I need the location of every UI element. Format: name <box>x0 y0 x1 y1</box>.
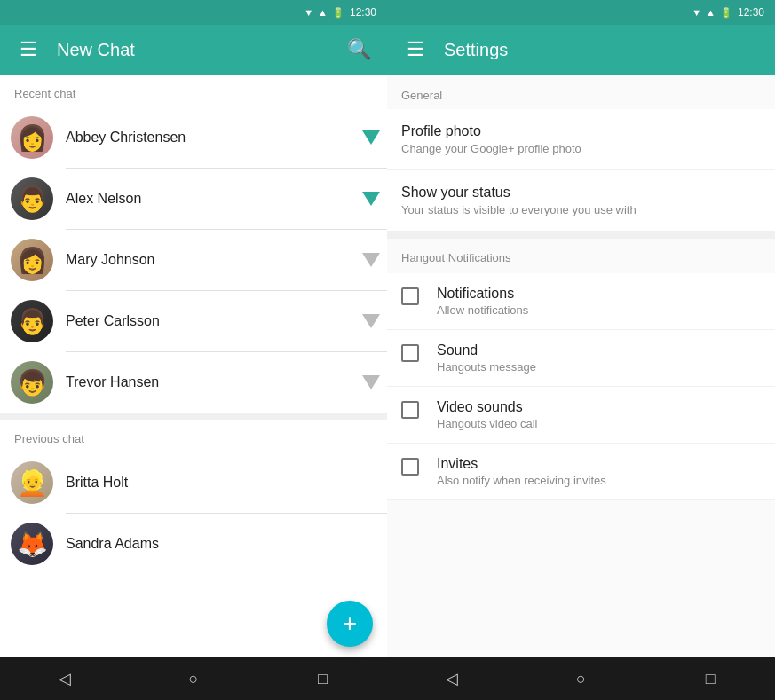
general-label: General <box>387 75 775 109</box>
settings-profile-photo[interactable]: Profile photo Change your Google+ profil… <box>387 109 775 170</box>
battery-icon-right: 🔋 <box>720 7 732 19</box>
hamburger-icon: ☰ <box>20 38 37 61</box>
face-britta-icon <box>17 468 48 498</box>
status-icons-left: ▼ ▲ 🔋 <box>304 7 344 19</box>
back-button-right[interactable]: ◁ <box>434 661 470 696</box>
chat-name-alex: Alex Nelson <box>66 191 350 207</box>
face-abbey-icon <box>17 123 48 153</box>
notif-item-invites[interactable]: Invites Also notify when receiving invit… <box>387 444 775 500</box>
face-sandra-icon <box>17 530 48 559</box>
chat-item-britta[interactable]: Britta Holt <box>0 452 387 513</box>
chat-name-peter: Peter Carlsson <box>66 313 350 329</box>
settings-section-divider <box>387 232 775 239</box>
show-status-title: Show your status <box>401 185 761 201</box>
status-time-right: 12:30 <box>738 6 764 19</box>
battery-icon: 🔋 <box>332 7 344 19</box>
show-status-subtitle: Your status is visible to everyone you u… <box>401 203 761 216</box>
invites-checkbox[interactable] <box>401 458 419 476</box>
status-bar-left: ▼ ▲ 🔋 12:30 <box>0 0 387 25</box>
menu-button-right[interactable]: ☰ <box>401 35 430 64</box>
back-button-left[interactable]: ◁ <box>47 661 83 696</box>
video-sounds-text: Video sounds Hangouts video call <box>437 399 761 430</box>
search-button[interactable]: 🔍 <box>344 35 373 64</box>
indicator-mary <box>362 253 376 267</box>
chat-name-britta: Britta Holt <box>66 475 376 491</box>
app-bar-left: ☰ New Chat 🔍 <box>0 25 387 75</box>
menu-button-left[interactable]: ☰ <box>14 35 43 64</box>
bottom-nav-right: ◁ ○ □ <box>387 657 775 700</box>
home-button-right[interactable]: ○ <box>563 661 598 696</box>
signal-icon: ▼ <box>304 7 313 18</box>
invites-title: Invites <box>437 456 761 472</box>
face-mary-icon <box>17 246 48 275</box>
face-peter-icon <box>17 307 48 336</box>
notif-item-video-sounds[interactable]: Video sounds Hangouts video call <box>387 387 775 444</box>
chat-item-mary[interactable]: Mary Johnson <box>0 230 387 290</box>
previous-chat-label: Previous chat <box>0 420 387 452</box>
settings-show-status[interactable]: Show your status Your status is visible … <box>387 170 775 232</box>
avatar-sandra <box>11 523 53 565</box>
face-alex-icon <box>17 185 48 214</box>
settings-content-area: General Profile photo Change your Google… <box>387 75 775 657</box>
chat-item-abbey[interactable]: Abbey Christensen <box>0 107 387 168</box>
face-trevor-icon <box>17 368 48 397</box>
sound-text: Sound Hangouts message <box>437 342 761 374</box>
home-button-left[interactable]: ○ <box>176 661 211 696</box>
section-divider <box>0 413 387 420</box>
new-chat-fab[interactable]: + <box>327 601 373 647</box>
app-title-left: New Chat <box>57 40 330 60</box>
recent-button-left[interactable]: □ <box>304 661 340 696</box>
sound-subtitle: Hangouts message <box>437 360 761 374</box>
chat-name-sandra: Sandra Adams <box>66 536 376 552</box>
video-sounds-checkbox[interactable] <box>401 401 419 419</box>
sound-title: Sound <box>437 342 761 358</box>
invites-subtitle: Also notify when receiving invites <box>437 474 761 487</box>
avatar-britta <box>11 461 53 504</box>
notifications-subtitle: Allow notifications <box>437 303 761 317</box>
hamburger-icon-right: ☰ <box>407 38 424 61</box>
recent-chat-label: Recent chat <box>0 75 387 107</box>
chat-item-trevor[interactable]: Trevor Hansen <box>0 352 387 413</box>
network-icon: ▲ <box>318 7 328 18</box>
chat-list-area: Recent chat Abbey Christensen Alex Nelso… <box>0 75 387 657</box>
notifications-text: Notifications Allow notifications <box>437 286 761 317</box>
notifications-section-label: Hangout Notifications <box>387 239 775 273</box>
chat-item-alex[interactable]: Alex Nelson <box>0 169 387 229</box>
chat-item-sandra[interactable]: Sandra Adams <box>0 514 387 574</box>
status-bar-right: ▼ ▲ 🔋 12:30 <box>387 0 775 25</box>
notif-item-sound[interactable]: Sound Hangouts message <box>387 330 775 387</box>
indicator-trevor <box>362 375 376 389</box>
chat-name-mary: Mary Johnson <box>66 252 350 268</box>
indicator-alex <box>362 192 376 206</box>
settings-title: Settings <box>444 40 761 60</box>
indicator-abbey <box>362 130 376 145</box>
avatar-trevor <box>11 361 53 404</box>
profile-photo-subtitle: Change your Google+ profile photo <box>401 142 761 155</box>
chat-name-abbey: Abbey Christensen <box>66 130 350 146</box>
sound-checkbox[interactable] <box>401 344 419 362</box>
video-sounds-subtitle: Hangouts video call <box>437 417 761 430</box>
avatar-abbey <box>11 116 53 159</box>
network-icon-right: ▲ <box>706 7 716 18</box>
status-time-left: 12:30 <box>350 6 376 19</box>
app-bar-right: ☰ Settings <box>387 25 775 75</box>
settings-panel: ▼ ▲ 🔋 12:30 ☰ Settings General Profile p… <box>387 0 775 700</box>
notifications-checkbox[interactable] <box>401 287 419 305</box>
chat-name-trevor: Trevor Hansen <box>66 374 350 390</box>
chat-panel: ▼ ▲ 🔋 12:30 ☰ New Chat 🔍 Recent chat Abb… <box>0 0 387 700</box>
video-sounds-title: Video sounds <box>437 399 761 415</box>
avatar-mary <box>11 239 53 281</box>
recent-button-right[interactable]: □ <box>692 661 728 696</box>
bottom-nav-left: ◁ ○ □ <box>0 657 387 700</box>
status-icons-right: ▼ ▲ 🔋 <box>692 7 732 19</box>
invites-text: Invites Also notify when receiving invit… <box>437 456 761 487</box>
indicator-peter <box>362 314 376 328</box>
chat-item-peter[interactable]: Peter Carlsson <box>0 291 387 351</box>
avatar-alex <box>11 177 53 220</box>
avatar-peter <box>11 300 53 342</box>
profile-photo-title: Profile photo <box>401 123 761 139</box>
signal-icon-right: ▼ <box>692 7 701 18</box>
notif-item-notifications[interactable]: Notifications Allow notifications <box>387 273 775 330</box>
notifications-title: Notifications <box>437 286 761 302</box>
search-icon: 🔍 <box>347 38 371 61</box>
